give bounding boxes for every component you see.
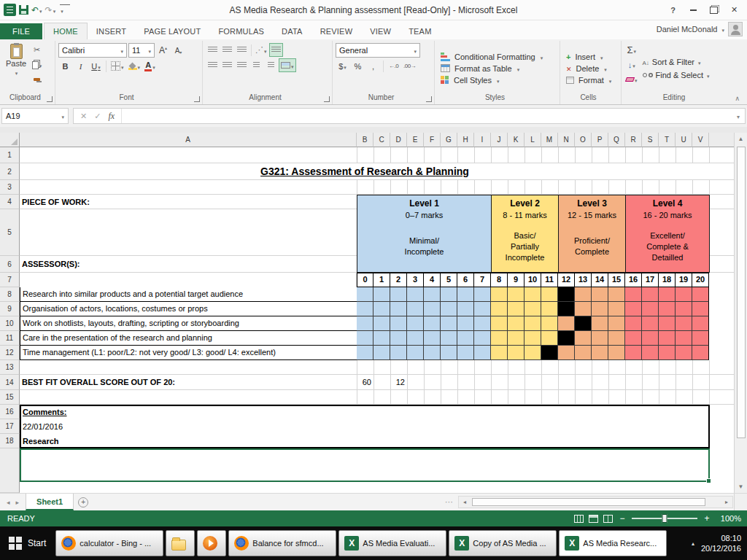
grade-cell-10[interactable] [525, 316, 541, 331]
merge-center-button[interactable] [279, 58, 296, 72]
grade-cell-6[interactable] [457, 346, 474, 360]
grade-cell-11[interactable] [541, 316, 558, 331]
level-4-header[interactable]: Level 4 16 - 20 marks Excellent/ Complet… [625, 195, 710, 273]
score-cell-13[interactable]: 13 [575, 273, 592, 287]
scroll-right-icon[interactable] [721, 499, 732, 505]
grade-cell-7[interactable] [474, 346, 491, 360]
grade-cell-6[interactable] [457, 302, 474, 316]
score-cell-12[interactable]: 12 [558, 273, 575, 287]
cancel-icon[interactable] [80, 112, 87, 121]
grade-cell-19[interactable] [676, 331, 692, 346]
row-header-1[interactable]: 1 [0, 147, 20, 163]
row-13-cells[interactable] [20, 360, 734, 375]
grade-cell-15[interactable] [608, 287, 625, 302]
tab-home[interactable]: HOME [44, 23, 88, 39]
undo-dropdown-icon[interactable] [39, 5, 42, 15]
grade-cell-8[interactable] [491, 331, 508, 346]
taskbar-item-as-media-researc[interactable]: AS Media Researc... [559, 530, 667, 556]
row-2-cells[interactable]: G321: Assessment of Research & Planning [20, 163, 734, 180]
row-18-cells[interactable]: Research [20, 434, 734, 448]
previous-sheet-icon[interactable] [7, 499, 10, 506]
grade-cell-17[interactable] [642, 331, 659, 346]
grade-cell-4[interactable] [424, 287, 441, 302]
row-14-cells[interactable]: BEST FIT OVERALL SCORE OUT OF 20:6012 [20, 375, 734, 390]
decrease-indent-button[interactable] [249, 58, 263, 72]
grade-cell-12[interactable] [558, 287, 575, 302]
vertical-scrollbar-thumb[interactable] [737, 147, 746, 438]
level-2-header[interactable]: Level 2 8 - 11 marks Basic/ Partially In… [491, 195, 559, 273]
format-dropdown-icon[interactable] [608, 76, 612, 85]
sheet-tab-sheet1[interactable]: Sheet1 [26, 494, 74, 510]
start-button[interactable]: Start [1, 526, 53, 560]
row-header-14[interactable]: 14 [0, 375, 20, 390]
font-color-dropdown-icon[interactable] [152, 62, 155, 71]
grade-cell-4[interactable] [424, 346, 441, 360]
restore-button[interactable] [705, 3, 723, 17]
row-header-9[interactable]: 9 [0, 302, 20, 316]
row-header-17[interactable]: 17 [0, 419, 20, 434]
grade-cell-9[interactable] [508, 302, 525, 316]
grade-cell-15[interactable] [608, 316, 625, 331]
grade-cell-8[interactable] [491, 316, 508, 331]
score-cell-17[interactable]: 17 [642, 273, 659, 287]
grade-cell-10[interactable] [525, 331, 541, 346]
page-layout-view-icon[interactable] [589, 515, 598, 523]
currency-dropdown-icon[interactable] [343, 62, 347, 71]
criterion-label[interactable]: Care in the presentation of the research… [20, 331, 357, 346]
level-3-header[interactable]: Level 3 12 - 15 marks Proficient/ Comple… [558, 195, 626, 273]
tab-data[interactable]: DATA [273, 23, 311, 39]
criterion-label[interactable]: Time management (L1: poor/L2: not very g… [20, 346, 357, 360]
score-cell-0[interactable]: 0 [357, 273, 374, 287]
column-header-G[interactable]: G [441, 133, 457, 147]
grade-cell-3[interactable] [407, 287, 424, 302]
wrap-text-button[interactable] [269, 43, 283, 57]
score-cell-1[interactable]: 1 [374, 273, 390, 287]
fill-dropdown-icon[interactable] [137, 62, 141, 71]
insert-cells-button[interactable]: Insert [566, 52, 618, 61]
taskbar-item-balance-for-sfmcd[interactable]: Balance for sfmcd... [228, 530, 336, 556]
font-size-select[interactable]: 11 [128, 43, 155, 58]
column-header-Q[interactable]: Q [608, 133, 625, 147]
grade-cell-6[interactable] [457, 331, 474, 346]
grade-cell-18[interactable] [659, 346, 676, 360]
row-header-3[interactable]: 3 [0, 180, 20, 195]
grade-cell-5[interactable] [441, 331, 457, 346]
grade-cell-2[interactable] [390, 287, 407, 302]
font-dialog-launcher[interactable] [194, 96, 200, 102]
grade-cell-10[interactable] [525, 287, 541, 302]
copy-button[interactable] [30, 58, 44, 71]
row-17-cells[interactable]: 22/01/2016 [20, 419, 734, 434]
formula-field[interactable]: fx [73, 108, 746, 124]
accounting-format-button[interactable]: $ [336, 59, 349, 73]
score-cell-8[interactable]: 8 [491, 273, 508, 287]
grade-cell-5[interactable] [441, 316, 457, 331]
score-cell-16[interactable]: 16 [625, 273, 642, 287]
normal-view-icon[interactable] [574, 515, 584, 523]
grade-cell-19[interactable] [676, 287, 692, 302]
grade-cell-11[interactable] [541, 302, 558, 316]
borders-button[interactable] [109, 59, 125, 73]
expand-formula-bar-icon[interactable] [732, 112, 745, 120]
grade-cell-4[interactable] [424, 316, 441, 331]
row-header-4[interactable]: 4 [0, 195, 20, 209]
bottom-align-button[interactable] [235, 43, 249, 57]
grade-cell-18[interactable] [659, 316, 676, 331]
font-color-button[interactable]: A [143, 59, 157, 73]
row-header-11[interactable]: 11 [0, 331, 20, 346]
close-button[interactable] [725, 3, 743, 17]
grade-cell-20[interactable] [692, 287, 709, 302]
select-all-corner[interactable] [0, 133, 20, 147]
grade-cell-15[interactable] [608, 302, 625, 316]
grade-cell-13[interactable] [575, 316, 592, 331]
font-size-dropdown-icon[interactable] [146, 46, 151, 55]
row-header-19[interactable] [0, 448, 20, 493]
horizontal-scrollbar-thumb[interactable] [472, 498, 705, 506]
tab-insert[interactable]: INSERT [88, 23, 135, 39]
grade-cell-10[interactable] [525, 302, 541, 316]
grade-cell-9[interactable] [508, 316, 525, 331]
row-header-18[interactable]: 18 [0, 434, 20, 448]
format-painter-button[interactable] [30, 72, 44, 86]
save-button[interactable] [19, 5, 28, 15]
grade-cell-17[interactable] [642, 302, 659, 316]
score-cell-14[interactable]: 14 [592, 273, 608, 287]
